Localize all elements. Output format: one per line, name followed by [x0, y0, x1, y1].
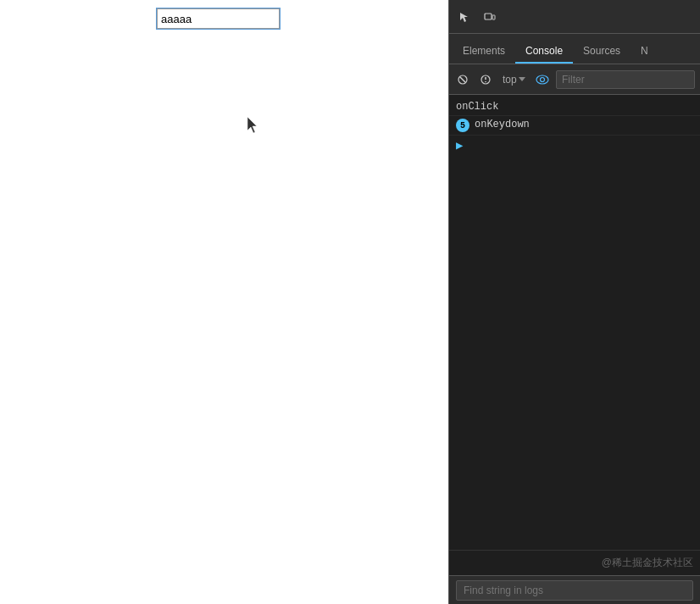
- inspect-element-button[interactable]: [453, 5, 476, 29]
- find-string-bar: [449, 575, 700, 604]
- watermark-text: @稀土掘金技术社区: [449, 550, 700, 575]
- context-label: top: [503, 74, 517, 86]
- pause-on-exceptions-button[interactable]: [476, 70, 493, 89]
- svg-line-3: [460, 77, 465, 82]
- svg-point-7: [536, 75, 548, 84]
- watermark-label: @稀土掘金技术社区: [602, 557, 693, 568]
- console-toolbar: top: [449, 64, 700, 95]
- browser-content-area: [0, 0, 449, 604]
- prompt-arrow-icon: ▶: [456, 138, 463, 152]
- console-log-area: onClick 5 onKeydown ▶: [449, 95, 700, 550]
- context-selector[interactable]: top: [499, 72, 529, 87]
- log-text-keydown: onKeydown: [475, 119, 530, 130]
- console-filter-input[interactable]: [556, 70, 695, 89]
- find-string-input[interactable]: [456, 580, 693, 601]
- devtools-topbar: [449, 0, 700, 34]
- svg-point-6: [485, 80, 486, 82]
- clear-console-button[interactable]: [454, 70, 471, 89]
- device-toggle-button[interactable]: [478, 5, 502, 29]
- svg-point-8: [540, 77, 544, 81]
- page-text-input[interactable]: [157, 8, 280, 29]
- tab-console[interactable]: Console: [515, 40, 573, 64]
- devtools-tabs: Elements Console Sources N: [449, 34, 700, 64]
- devtools-panel: Elements Console Sources N top: [449, 0, 700, 604]
- tab-sources[interactable]: Sources: [573, 40, 631, 64]
- live-expression-button[interactable]: [534, 70, 551, 89]
- svg-rect-1: [492, 15, 495, 19]
- tab-elements[interactable]: Elements: [453, 40, 515, 64]
- mouse-cursor: [247, 117, 259, 137]
- tab-network[interactable]: N: [631, 40, 658, 64]
- log-entry-keydown[interactable]: 5 onKeydown: [449, 116, 700, 136]
- keydown-count-badge: 5: [456, 119, 469, 132]
- console-prompt-line: ▶: [449, 136, 700, 155]
- log-text-onclick: onClick: [456, 101, 498, 113]
- svg-rect-0: [485, 14, 492, 19]
- log-entry-onclick[interactable]: onClick: [449, 98, 700, 116]
